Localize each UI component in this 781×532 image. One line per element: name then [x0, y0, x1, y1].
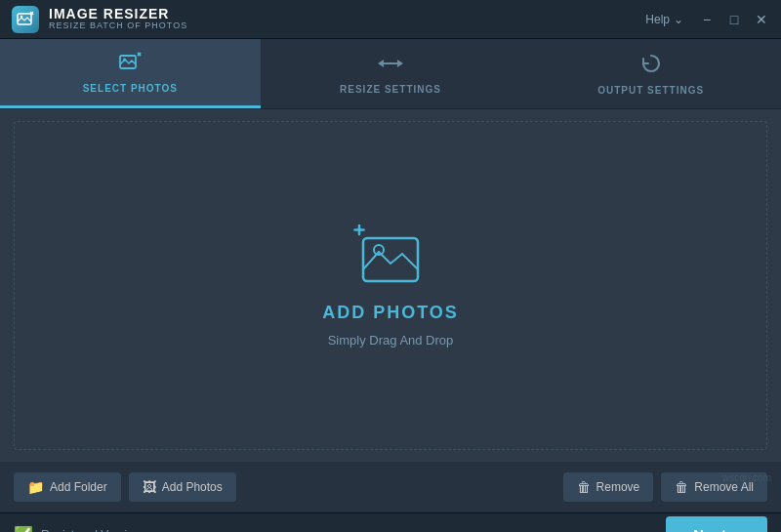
- remove-icon: 🗑: [577, 479, 591, 495]
- select-photos-icon: [118, 52, 142, 78]
- watermark: wscdn.com: [722, 472, 771, 483]
- svg-point-1: [21, 15, 22, 17]
- add-folder-button[interactable]: 📁 Add Folder: [14, 472, 121, 502]
- app-name-label: IMAGE RESIZER: [49, 7, 187, 21]
- minimize-button[interactable]: −: [699, 12, 715, 27]
- add-photos-button[interactable]: 🖼 Add Photos: [129, 472, 236, 502]
- status-bar: ✅ Registered Version Next ›: [0, 512, 781, 532]
- remove-label: Remove: [596, 480, 640, 494]
- toolbar-left: 📁 Add Folder 🖼 Add Photos: [14, 472, 236, 502]
- svg-marker-9: [378, 60, 384, 67]
- help-button[interactable]: Help ⌄: [645, 13, 683, 26]
- tab-select-photos[interactable]: SELECT PHOTOS: [0, 39, 261, 108]
- add-photos-btn-label: Add Photos: [162, 480, 223, 494]
- drag-drop-label: Simply Drag And Drop: [328, 333, 454, 348]
- tab-output-settings[interactable]: OUTPUT SETTINGS: [520, 39, 781, 108]
- folder-icon: 📁: [27, 479, 44, 495]
- photos-icon: 🖼: [143, 479, 156, 495]
- tab-resize-settings[interactable]: RESIZE SETTINGS: [261, 39, 521, 108]
- title-bar-left: IMAGE RESIZER RESIZE BATCH OF PHOTOS: [12, 6, 187, 33]
- title-bar: IMAGE RESIZER RESIZE BATCH OF PHOTOS Hel…: [0, 0, 781, 39]
- output-settings-icon: [639, 52, 663, 80]
- close-button[interactable]: ✕: [754, 12, 769, 27]
- resize-settings-label: RESIZE SETTINGS: [340, 84, 441, 95]
- next-arrow-icon: ›: [735, 526, 741, 532]
- title-bar-right: Help ⌄ − □ ✕: [645, 12, 769, 27]
- next-button[interactable]: Next ›: [666, 516, 767, 532]
- maximize-button[interactable]: □: [726, 12, 742, 27]
- remove-all-icon: 🗑: [675, 479, 688, 495]
- window-controls: − □ ✕: [699, 12, 769, 27]
- tab-bar: SELECT PHOTOS RESIZE SETTINGS OUTPUT SET…: [0, 39, 781, 109]
- svg-marker-10: [397, 60, 403, 67]
- app-icon: [12, 6, 39, 33]
- registered-icon: ✅: [14, 525, 33, 532]
- svg-point-5: [123, 58, 126, 61]
- status-left: ✅ Registered Version: [14, 525, 140, 532]
- next-label: Next: [693, 526, 727, 532]
- add-photos-icon: [351, 225, 430, 293]
- registered-label: Registered Version: [41, 528, 140, 533]
- select-photos-label: SELECT PHOTOS: [83, 83, 178, 94]
- bottom-toolbar: 📁 Add Folder 🖼 Add Photos 🗑 Remove 🗑 Rem…: [0, 462, 781, 512]
- add-folder-label: Add Folder: [50, 480, 107, 494]
- app-subtitle-label: RESIZE BATCH OF PHOTOS: [49, 21, 187, 31]
- add-photos-label: ADD PHOTOS: [322, 303, 459, 323]
- output-settings-label: OUTPUT SETTINGS: [597, 85, 704, 96]
- drop-zone-inner: ADD PHOTOS Simply Drag And Drop: [322, 225, 459, 348]
- remove-button[interactable]: 🗑 Remove: [563, 472, 654, 502]
- drop-zone[interactable]: ADD PHOTOS Simply Drag And Drop: [14, 121, 767, 450]
- resize-settings-icon: [378, 53, 403, 79]
- app-title: IMAGE RESIZER RESIZE BATCH OF PHOTOS: [49, 7, 187, 31]
